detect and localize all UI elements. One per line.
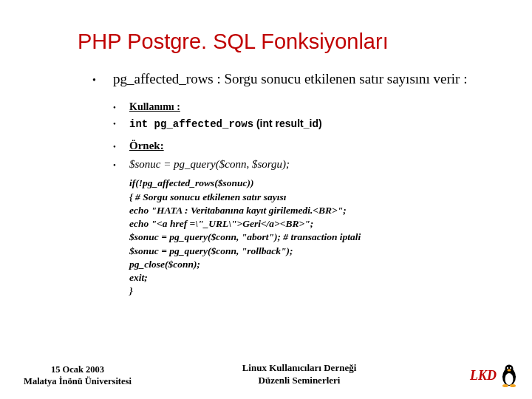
usage-sig-mono: int pg_affected_rows — [129, 118, 253, 130]
code-line: { # Sorgu sonucu etkilenen satır sayısı — [129, 191, 499, 204]
footer-venue: Malatya İnönü Üniversitesi — [0, 375, 155, 387]
bullet-dot-icon: • — [113, 99, 129, 115]
example-call-row: • $sonuc = pg_query($conn, $sorgu); — [113, 158, 499, 171]
bullet-dot-icon: • — [113, 115, 129, 132]
svg-point-2 — [505, 365, 514, 373]
code-line: echo "<a href =\"_URL\">Geri</a><BR>"; — [129, 217, 499, 231]
svg-point-7 — [510, 384, 516, 387]
example-label-row: • Örnek: — [113, 140, 499, 152]
svg-point-1 — [505, 373, 514, 385]
code-line: if(!pg_affected_rows($sonuc)) — [129, 177, 499, 190]
code-line: pg_close($conn); — [129, 258, 499, 271]
svg-point-6 — [502, 384, 508, 387]
footer: 15 Ocak 2003 Malatya İnönü Üniversitesi … — [0, 362, 532, 387]
footer-org: Linux Kullanıcıları Derneği — [155, 362, 443, 375]
bullet-dot-icon: • — [113, 158, 129, 171]
main-description: pg_affected_rows : Sorgu sonucu etkilene… — [113, 70, 467, 89]
code-line: $sonuc = pg_query($conn, "abort"); # tra… — [129, 231, 499, 244]
code-line: } — [129, 284, 499, 298]
footer-logo: LKD — [443, 364, 532, 387]
example-call: $sonuc = pg_query($conn, $sorgu); — [129, 158, 290, 171]
slide-title: PHP Postgre. SQL Fonksiyonları — [78, 30, 499, 54]
slide: PHP Postgre. SQL Fonksiyonları • pg_affe… — [0, 0, 532, 399]
example-label: Örnek: — [129, 140, 164, 152]
code-line: $sonuc = pg_query($conn, "rollback"); — [129, 245, 499, 258]
bullet-main: • pg_affected_rows : Sorgu sonucu etkile… — [92, 70, 499, 89]
code-block: if(!pg_affected_rows($sonuc)) { # Sorgu … — [129, 177, 499, 298]
usage-label: Kullanımı : — [129, 99, 180, 115]
bullet-dot-icon: • — [113, 140, 129, 152]
usage-signature: int pg_affected_rows (int result_id) — [129, 115, 322, 132]
footer-date: 15 Ocak 2003 — [0, 364, 155, 375]
penguin-icon — [499, 364, 519, 387]
footer-series: Düzenli Seminerleri — [155, 375, 443, 387]
footer-center: Linux Kullanıcıları Derneği Düzenli Semi… — [155, 362, 443, 387]
usage-signature-row: • int pg_affected_rows (int result_id) — [113, 115, 499, 132]
svg-point-4 — [510, 367, 511, 369]
logo-text: LKD — [470, 368, 497, 383]
usage-label-row: • Kullanımı : — [113, 99, 499, 115]
usage-block: • Kullanımı : • int pg_affected_rows (in… — [113, 99, 499, 133]
code-line: exit; — [129, 271, 499, 284]
svg-point-5 — [508, 369, 511, 372]
code-line: echo "HATA : Veritabanına kayıt girileme… — [129, 204, 499, 217]
bullet-dot-icon: • — [92, 70, 113, 89]
usage-sig-rest: (int result_id) — [253, 117, 322, 129]
footer-left: 15 Ocak 2003 Malatya İnönü Üniversitesi — [0, 364, 155, 388]
slide-content: • pg_affected_rows : Sorgu sonucu etkile… — [92, 70, 499, 298]
svg-point-3 — [507, 367, 508, 369]
